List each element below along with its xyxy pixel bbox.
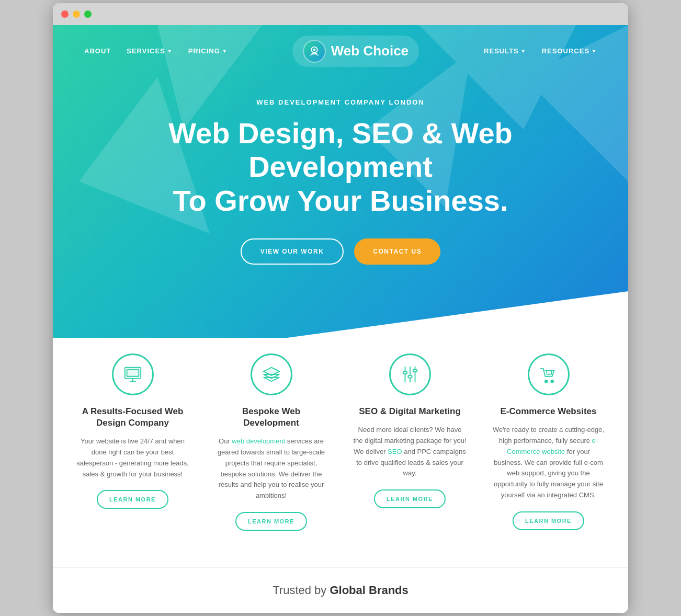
chevron-down-icon: ▼ — [521, 49, 526, 54]
svg-point-21 — [551, 380, 553, 383]
trusted-text: Trusted by Global Brands — [69, 584, 612, 597]
svg-rect-18 — [408, 375, 412, 378]
view-our-work-button[interactable]: VIEW OUR WORK — [241, 238, 344, 265]
seo-link[interactable]: SEO — [388, 448, 402, 455]
nav-right: RESULTS ▼ RESOURCES ▼ — [484, 47, 597, 55]
svg-point-20 — [544, 380, 547, 383]
learn-more-button-3[interactable]: LEARN MORE — [374, 489, 446, 508]
maximize-button[interactable] — [84, 10, 92, 18]
feature-desc-3: Need more ideal clients? We have the dig… — [353, 425, 467, 479]
chevron-down-icon: ▼ — [592, 49, 597, 54]
feature-web-design: A Results-Focused Web Design Company You… — [63, 338, 202, 546]
layers-icon-container — [251, 353, 292, 395]
feature-web-development: Bespoke Web Development Our web developm… — [202, 338, 340, 546]
feature-title-3: SEO & Digital Marketing — [353, 406, 467, 417]
feature-desc-2: Our web development services are geared … — [214, 436, 328, 501]
navbar: ABOUT SERVICES ▼ PRICING ▼ — [84, 25, 597, 77]
feature-desc-4: We're ready to create a cutting-edge, hi… — [492, 425, 605, 501]
svg-rect-10 — [127, 370, 139, 377]
learn-more-button-2[interactable]: LEARN MORE — [235, 512, 307, 531]
monitor-icon-container — [112, 353, 154, 395]
close-button[interactable] — [61, 10, 69, 18]
hero-buttons: VIEW OUR WORK CONTACT US — [84, 238, 597, 265]
sliders-icon — [400, 364, 420, 384]
nav-services[interactable]: SERVICES ▼ — [127, 47, 172, 55]
learn-more-button-4[interactable]: LEARN MORE — [513, 511, 584, 530]
nav-about[interactable]: ABOUT — [84, 47, 111, 55]
cart-icon — [539, 364, 559, 384]
ecommerce-link[interactable]: e-Commerce website — [507, 437, 598, 455]
logo-container: Web Choice — [292, 36, 419, 67]
nav-pricing[interactable]: PRICING ▼ — [188, 47, 228, 55]
chevron-down-icon: ▼ — [167, 49, 173, 54]
svg-rect-19 — [413, 370, 417, 372]
svg-rect-22 — [547, 370, 552, 374]
contact-us-button[interactable]: CONTACT US — [354, 238, 440, 265]
browser-titlebar — [53, 3, 628, 25]
sliders-icon-container — [389, 353, 431, 395]
nav-results[interactable]: RESULTS ▼ — [484, 47, 526, 55]
hero-title: Web Design, SEO & Web DevelopmentTo Grow… — [84, 117, 597, 218]
browser-window: ABOUT SERVICES ▼ PRICING ▼ — [53, 3, 628, 613]
feature-ecommerce: E-Commerce Websites We're ready to creat… — [479, 338, 618, 546]
chevron-down-icon: ▼ — [222, 49, 228, 54]
logo-icon — [303, 40, 326, 63]
monitor-icon — [123, 364, 143, 384]
nav-left: ABOUT SERVICES ▼ PRICING ▼ — [84, 47, 228, 55]
learn-more-button-1[interactable]: LEARN MORE — [97, 490, 168, 509]
feature-title-1: A Results-Focused Web Design Company — [76, 406, 189, 429]
feature-title-4: E-Commerce Websites — [492, 406, 605, 417]
feature-seo: SEO & Digital Marketing Need more ideal … — [340, 338, 479, 546]
nav-resources[interactable]: RESOURCES ▼ — [542, 47, 597, 55]
trusted-section: Trusted by Global Brands — [53, 567, 628, 613]
nav-logo[interactable]: Web Choice — [228, 36, 484, 67]
web-development-link[interactable]: web development — [232, 437, 285, 445]
svg-rect-17 — [403, 371, 407, 374]
svg-point-6 — [313, 49, 315, 51]
cart-icon-container — [528, 353, 570, 395]
features-section: A Results-Focused Web Design Company You… — [53, 338, 628, 567]
hero-subtitle: WEB DEVELOPMENT COMPANY LONDON — [84, 98, 597, 106]
hero-content: WEB DEVELOPMENT COMPANY LONDON Web Desig… — [84, 77, 597, 296]
browser-content: ABOUT SERVICES ▼ PRICING ▼ — [53, 25, 628, 613]
hero-section: ABOUT SERVICES ▼ PRICING ▼ — [53, 25, 628, 338]
layers-icon — [262, 364, 281, 384]
feature-title-2: Bespoke Web Development — [214, 406, 328, 429]
minimize-button[interactable] — [73, 10, 80, 18]
feature-desc-1: Your website is live 24/7 and when done … — [76, 436, 189, 480]
logo-text: Web Choice — [331, 43, 408, 59]
